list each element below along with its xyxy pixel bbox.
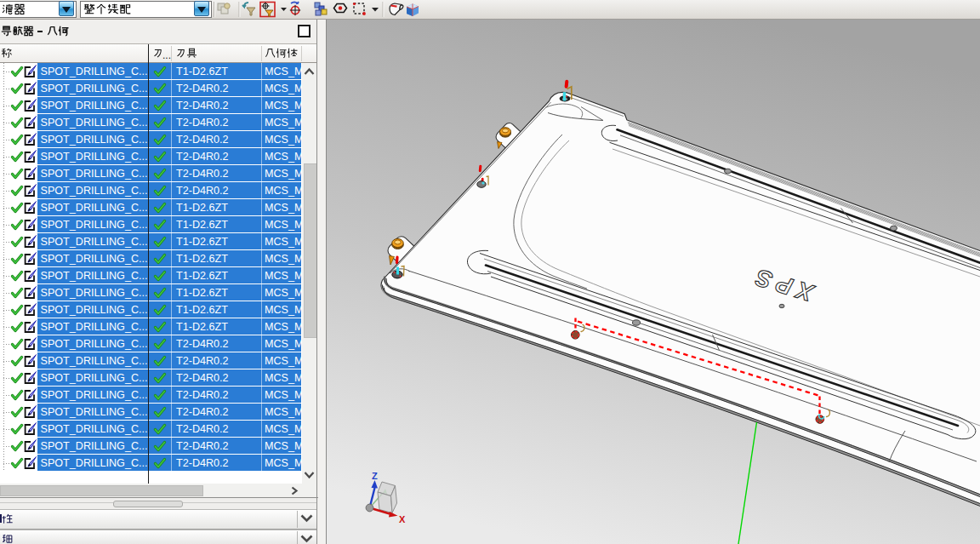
svg-text:X: X [399, 514, 406, 524]
svg-text:Z: Z [372, 471, 378, 481]
